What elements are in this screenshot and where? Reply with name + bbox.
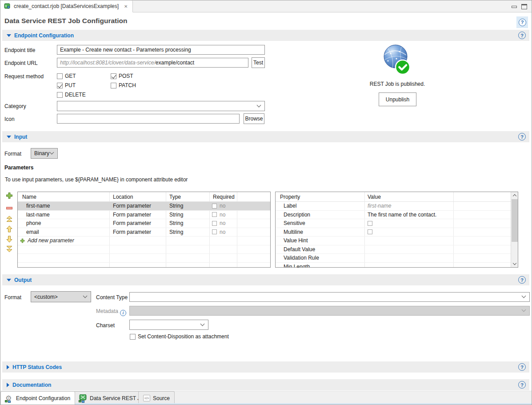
method-patch[interactable]: PATCH [111,82,136,88]
endpoint-url-prefix: http://localhost:8081/clover/data-servic… [60,60,156,66]
page-help-button[interactable]: ? [516,16,528,28]
required-checkbox[interactable] [212,212,217,217]
table-row-last-name[interactable]: last-name Form parameter String no [18,211,270,220]
move-top-icon[interactable] [6,216,13,223]
scrollbar-thumb[interactable] [512,199,518,242]
empty-row [18,254,270,263]
checkbox [130,334,136,340]
tab-endpoint-configuration[interactable]: ⚙ Endpoint Configuration [0,391,75,405]
section-header-documentation[interactable]: Documentation ? [2,379,529,390]
minimize-icon[interactable] [512,6,517,8]
move-down-icon[interactable] [6,236,13,243]
collapse-arrow-icon [7,34,11,37]
required-checkbox[interactable] [212,204,217,209]
content-type-combo[interactable] [129,292,530,302]
property-row-description[interactable]: Description The first name of the contac… [276,211,511,220]
endpoint-title-input[interactable]: Example - Create new contact - Parameter… [57,45,265,55]
unpublish-button[interactable]: Unpublish [379,92,416,106]
required-checkbox[interactable] [212,229,217,234]
editor-tab-title: create_contact.rjob [DataServicesExample… [14,3,119,9]
property-row-min-length[interactable]: Min Length [276,263,511,268]
properties-scrollbar[interactable] [511,192,518,267]
remove-parameter-icon[interactable] [6,205,13,212]
publish-status-text: REST Job is published. [352,81,443,87]
category-select[interactable] [57,101,265,111]
maximize-icon[interactable] [521,4,527,9]
section-header-input[interactable]: Input ? [2,131,529,142]
input-format-label: Format [4,151,21,157]
endpoint-url-input[interactable]: http://localhost:8081/clover/data-servic… [57,58,248,68]
property-row-sensitive[interactable]: Sensitive [276,219,511,228]
source-code-icon: </> [143,395,150,401]
scroll-up-icon[interactable] [511,192,518,199]
charset-combo[interactable] [129,320,208,330]
input-format-select[interactable]: Binary [31,148,58,159]
endpoint-title-label: Endpoint title [4,47,35,53]
tab-source[interactable]: </> Source [138,391,175,405]
metadata-label: Metadatai [96,308,126,316]
table-row-first-name[interactable]: first-name Form parameter String no [18,202,270,211]
property-row-validation-rule[interactable]: Validation Rule [276,254,511,263]
help-icon[interactable]: ? [518,363,526,371]
move-up-icon[interactable] [6,225,13,233]
published-globe-icon [382,44,413,75]
sensitive-checkbox[interactable] [368,221,372,226]
parameters-table[interactable]: Name Location Type Required first-name F… [17,192,271,268]
property-row-label[interactable]: Label first-name [276,202,511,211]
required-checkbox[interactable] [212,221,217,226]
method-delete[interactable]: DELETE [57,92,86,98]
close-icon[interactable]: ✕ [124,4,128,9]
expand-arrow-icon [7,365,9,369]
method-put[interactable]: PUT [57,82,76,88]
editor-tab-create-contact[interactable]: create_contact.rjob [DataServicesExample… [0,0,133,12]
chevron-down-icon [83,293,88,298]
section-header-http-status-codes[interactable]: HTTP Status Codes ? [2,361,529,373]
charset-label: Charset [96,322,115,329]
scroll-down-icon[interactable] [511,261,518,267]
help-icon[interactable]: ? [518,32,526,39]
parameter-properties-table[interactable]: Property Value Label first-name Descript… [275,192,518,268]
property-row-value-hint[interactable]: Value Hint [276,237,511,245]
window-bottom-accent [0,403,532,405]
endpoint-url-path: example/contact [156,60,194,66]
metadata-combo-disabled [129,306,530,316]
icon-path-input[interactable] [57,114,240,124]
section-header-endpoint-configuration[interactable]: Endpoint Configuration ? [2,30,529,41]
output-format-select[interactable]: <custom> [31,291,91,302]
rest-job-configuration-window: create_contact.rjob [DataServicesExample… [0,0,532,405]
section-label: Endpoint Configuration [14,32,74,39]
help-icon[interactable]: ? [518,276,526,284]
checkbox [111,73,116,79]
browse-button[interactable]: Browse [244,113,264,124]
chevron-down-icon [522,308,526,312]
move-bottom-icon[interactable] [6,245,13,253]
multiline-checkbox[interactable] [368,229,372,234]
parameters-heading: Parameters [4,164,33,171]
output-format-label: Format [4,294,21,301]
add-new-parameter-row[interactable]: Add new parameter [18,237,270,245]
endpoint-url-label: Endpoint URL [4,60,38,66]
content-type-label: Content Type [96,294,128,301]
info-icon[interactable]: i [120,310,126,316]
table-row-phone[interactable]: phone Form parameter String no [18,219,270,228]
property-row-default-value[interactable]: Default Value [276,245,511,254]
property-row-multiline[interactable]: Multiline [276,228,511,237]
section-label: HTTP Status Codes [12,364,62,370]
help-icon: ? [519,19,526,26]
gear-icon: ⚙ [5,394,13,402]
test-button[interactable]: Test [252,57,265,68]
checkbox [57,83,63,88]
section-header-output[interactable]: Output ? [2,274,529,285]
checkbox [57,92,63,98]
bottom-tabbar: ⚙ Endpoint Configuration Data Service RE… [0,391,532,404]
help-icon[interactable]: ? [518,133,526,140]
table-row-email[interactable]: email Form parameter String no [18,228,270,237]
category-label: Category [4,103,26,109]
chevron-down-icon [522,294,526,298]
content-disposition-checkbox-row[interactable]: Set Content-Disposition as attachment [130,333,229,340]
add-parameter-icon[interactable] [6,192,13,199]
method-post[interactable]: POST [111,73,133,79]
published-check-badge [396,60,410,74]
method-get[interactable]: GET [57,73,76,79]
help-icon[interactable]: ? [518,381,526,389]
